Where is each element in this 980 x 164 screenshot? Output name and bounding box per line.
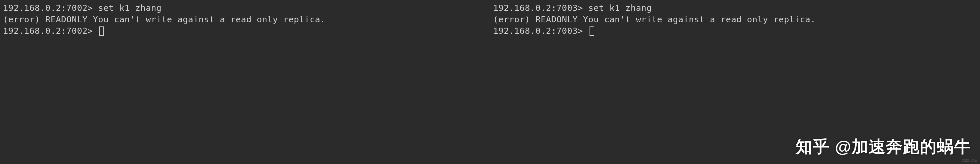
prompt: 192.168.0.2:7002> [3, 26, 93, 36]
cursor-icon [99, 27, 104, 36]
command-text: set k1 zhang [98, 3, 162, 13]
prompt: 192.168.0.2:7003> [493, 3, 583, 13]
terminal-line: 192.168.0.2:7002> set k1 zhang [3, 2, 487, 14]
tiny-watermark: CSDN @加 [962, 159, 977, 163]
watermark-text: 知乎 @加速奔跑的蜗牛 [795, 136, 971, 158]
terminal-line: 192.168.0.2:7002> [3, 25, 487, 37]
prompt: 192.168.0.2:7003> [493, 26, 583, 36]
command-text: set k1 zhang [589, 3, 652, 13]
terminal-error-line: (error) READONLY You can't write against… [3, 14, 487, 25]
prompt: 192.168.0.2:7002> [3, 3, 93, 13]
cursor-icon [590, 27, 594, 36]
terminal-left[interactable]: 192.168.0.2:7002> set k1 zhang (error) R… [0, 0, 490, 164]
terminal-line: 192.168.0.2:7003> [493, 25, 977, 37]
terminal-line: 192.168.0.2:7003> set k1 zhang [493, 2, 977, 14]
terminal-error-line: (error) READONLY You can't write against… [493, 14, 977, 25]
